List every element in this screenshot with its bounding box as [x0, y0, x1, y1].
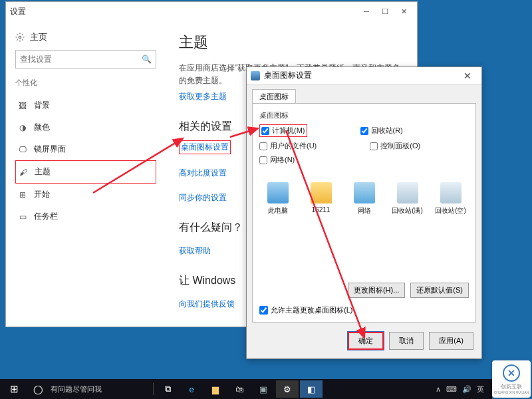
- start-button[interactable]: ⊞: [3, 380, 25, 398]
- settings-sidebar: 主页 🔍 个性化 🖼 背景 ◑ 颜色 🖵 锁屏界面 🖌 主题: [6, 21, 166, 327]
- home-link[interactable]: 主页: [15, 31, 156, 43]
- taskbar-icon: ▭: [18, 212, 27, 221]
- get-more-themes-link[interactable]: 获取更多主题: [179, 91, 227, 102]
- checkbox-recycle-input[interactable]: [360, 127, 368, 135]
- taskbar-store[interactable]: 🛍: [228, 380, 251, 398]
- search-icon: 🔍: [142, 55, 152, 64]
- allow-themes-checkbox[interactable]: 允许主题更改桌面图标(L): [259, 305, 352, 315]
- maximize-button[interactable]: ☐: [376, 5, 394, 18]
- dialog-icon: [251, 71, 260, 80]
- checkbox-controlpanel-input[interactable]: [370, 142, 378, 150]
- dialog-close-button[interactable]: ✕: [458, 70, 477, 81]
- lock-icon: 🖵: [18, 145, 27, 154]
- change-icon-button[interactable]: 更改图标(H)...: [348, 283, 405, 298]
- taskbar-search[interactable]: 有问题尽管问我: [51, 384, 150, 394]
- taskbar-app2[interactable]: ◧: [300, 380, 323, 398]
- checkbox-label: 控制面板(O): [380, 141, 420, 151]
- checkbox-userfiles-input[interactable]: [259, 142, 267, 150]
- gear-icon: [15, 33, 25, 42]
- tab-desktop-icons[interactable]: 桌面图标: [252, 89, 296, 104]
- svg-point-0: [19, 36, 21, 39]
- sidebar-item-themes[interactable]: 🖌 主题: [15, 160, 156, 184]
- nav-label: 锁屏界面: [34, 144, 66, 155]
- group-title: 桌面图标: [259, 110, 469, 120]
- start-icon: ⊞: [18, 190, 27, 200]
- ok-button[interactable]: 确定: [348, 332, 384, 350]
- restore-default-button[interactable]: 还原默认值(S): [410, 283, 469, 298]
- sidebar-item-lockscreen[interactable]: 🖵 锁屏界面: [15, 138, 156, 160]
- dialog-titlebar: 桌面图标设置 ✕: [247, 67, 481, 84]
- cancel-button[interactable]: 取消: [389, 332, 424, 350]
- sidebar-item-taskbar[interactable]: ▭ 任务栏: [15, 205, 156, 227]
- icon-user-folder[interactable]: 16211: [304, 182, 338, 215]
- sidebar-item-background[interactable]: 🖼 背景: [15, 94, 156, 116]
- tab-panel: 桌面图标 计算机(M) 回收站(R) 用户的文件(U) 控制面板(O): [252, 103, 476, 323]
- taskbar-explorer[interactable]: ▆: [204, 380, 227, 398]
- taskbar-app1[interactable]: ▣: [252, 380, 275, 398]
- feedback-link[interactable]: 向我们提供反馈: [179, 299, 235, 310]
- watermark: ✕ 创新互联 CHUANG XIN HU LIAN: [492, 360, 531, 398]
- checkbox-computer-input[interactable]: [261, 127, 269, 135]
- icon-label: 此电脑: [268, 206, 288, 215]
- network-icon: [354, 182, 375, 203]
- brush-icon: 🖌: [19, 168, 28, 177]
- sidebar-item-start[interactable]: ⊞ 开始: [15, 184, 156, 205]
- icon-recycle-empty[interactable]: 回收站(空): [434, 182, 467, 215]
- tray-keyboard-icon[interactable]: ⌨: [446, 385, 457, 394]
- nav-label: 颜色: [34, 122, 50, 133]
- sync-settings-link[interactable]: 同步你的设置: [179, 192, 227, 203]
- checkbox-recycle[interactable]: 回收站(R): [360, 124, 403, 137]
- settings-search[interactable]: 🔍: [15, 50, 156, 68]
- icon-label: 回收站(满): [392, 206, 423, 215]
- desktop-icon-settings-link[interactable]: 桌面图标设置: [179, 140, 231, 154]
- icon-this-pc[interactable]: 此电脑: [261, 182, 295, 215]
- settings-title: 设置: [10, 6, 26, 17]
- icon-recycle-full[interactable]: 回收站(满): [390, 182, 424, 215]
- search-hint: 有问题尽管问我: [51, 384, 102, 394]
- sidebar-item-colors[interactable]: ◑ 颜色: [15, 116, 156, 138]
- tray-volume-icon[interactable]: 🔊: [462, 385, 471, 394]
- nav-label: 任务栏: [34, 211, 58, 222]
- close-button[interactable]: ✕: [394, 5, 413, 18]
- icon-label: 回收站(空): [435, 206, 466, 215]
- settings-titlebar: 设置 ─ ☐ ✕: [6, 2, 417, 21]
- task-view-button[interactable]: ⧉: [156, 380, 179, 398]
- minimize-button[interactable]: ─: [357, 5, 376, 18]
- watermark-text1: 创新互联: [501, 383, 522, 390]
- home-label: 主页: [30, 31, 47, 43]
- search-input[interactable]: [20, 55, 142, 64]
- checkbox-computer-highlight: 计算机(M): [259, 124, 307, 137]
- get-help-link[interactable]: 获取帮助: [179, 245, 211, 257]
- nav-label: 主题: [35, 166, 51, 178]
- high-contrast-link[interactable]: 高对比度设置: [179, 168, 227, 179]
- folder-icon: [311, 182, 332, 203]
- desktop-icon-dialog: 桌面图标设置 ✕ 桌面图标 桌面图标 计算机(M) 回收站(R) 用户的文件(U…: [246, 66, 482, 359]
- cortana-button[interactable]: ◯: [27, 380, 49, 398]
- taskbar-edge[interactable]: e: [180, 380, 203, 398]
- taskbar-settings[interactable]: ⚙: [276, 380, 299, 398]
- icon-buttons: 更改图标(H)... 还原默认值(S): [348, 283, 469, 298]
- recycle-empty-icon: [440, 182, 462, 203]
- icon-label: 网络: [358, 206, 371, 215]
- checkbox-computer[interactable]: 计算机(M): [261, 126, 305, 136]
- tray-ime-icon[interactable]: 英: [477, 384, 484, 394]
- palette-icon: ◑: [18, 123, 27, 132]
- checkbox-network[interactable]: 网络(N): [259, 155, 295, 165]
- allow-themes-input[interactable]: [259, 306, 268, 315]
- apply-button[interactable]: 应用(A): [429, 332, 473, 350]
- dialog-footer: 确定 取消 应用(A): [247, 328, 481, 354]
- checkbox-controlpanel[interactable]: 控制面板(O): [370, 141, 420, 151]
- tray-chevron-icon[interactable]: ∧: [436, 385, 441, 394]
- checkbox-network-input[interactable]: [259, 156, 267, 164]
- computer-icon: [267, 182, 289, 203]
- allow-themes-label: 允许主题更改桌面图标(L): [271, 305, 352, 315]
- icon-network[interactable]: 网络: [347, 182, 381, 215]
- nav-label: 开始: [34, 189, 50, 200]
- dialog-title: 桌面图标设置: [264, 70, 312, 81]
- page-title: 主题: [179, 33, 404, 53]
- checkbox-userfiles[interactable]: 用户的文件(U): [259, 141, 317, 151]
- icon-preview-grid: 此电脑 16211 网络 回收站(满) 回收站(空): [259, 178, 469, 219]
- section-personalization: 个性化: [15, 78, 156, 88]
- picture-icon: 🖼: [18, 101, 27, 110]
- watermark-text2: CHUANG XIN HU LIAN: [494, 390, 529, 394]
